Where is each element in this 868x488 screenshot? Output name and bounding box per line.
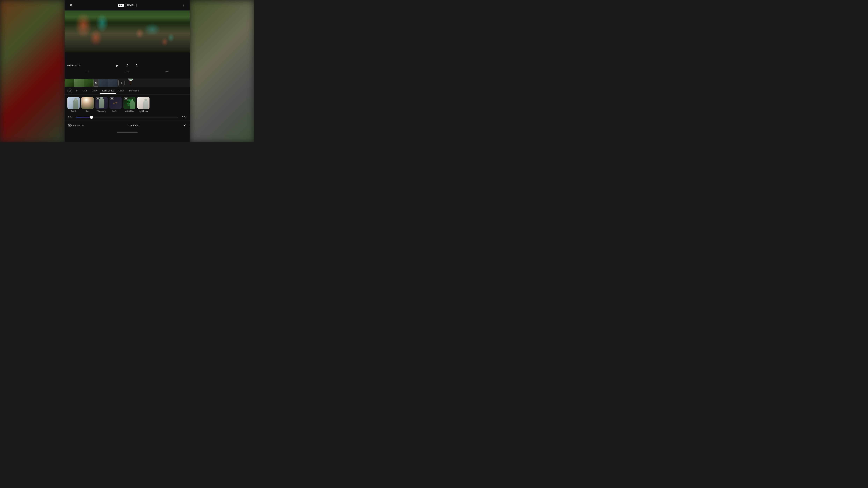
chroma-cyan-overlay bbox=[65, 10, 190, 52]
tick-00-50: 00:50 bbox=[147, 71, 187, 73]
blanch-person bbox=[73, 99, 78, 109]
svg-point-7 bbox=[69, 125, 70, 126]
toolbar-center: Pro 2K/4K ▾ bbox=[118, 3, 136, 7]
confirm-button[interactable]: ✓ bbox=[183, 123, 186, 127]
flashbang-head bbox=[100, 97, 103, 99]
thumb-img-4 bbox=[98, 79, 108, 87]
tab-blur[interactable]: Blur bbox=[81, 88, 89, 94]
effects-grid: Blanch Burn Pro Flashbang P bbox=[65, 95, 190, 114]
svg-rect-0 bbox=[78, 64, 79, 65]
timeline-ticks: 00:46 00:48 00:50 bbox=[65, 70, 190, 73]
thumbnail-4 bbox=[98, 79, 108, 87]
matrix-head bbox=[131, 99, 133, 101]
toolbar-left: ✕ bbox=[68, 2, 74, 8]
tick-00-48: 00:48 bbox=[107, 71, 147, 73]
effect-thumb-flashbang: Pro bbox=[95, 97, 107, 109]
tab-distortion[interactable]: Distortion bbox=[127, 88, 141, 94]
flashbang-content bbox=[95, 97, 107, 109]
burn-overlay bbox=[82, 97, 94, 109]
tab-none[interactable]: ⊘ bbox=[67, 89, 72, 93]
apply-icon bbox=[68, 124, 72, 127]
burn-label: Burn bbox=[85, 110, 89, 112]
home-indicator bbox=[65, 130, 190, 135]
resolution-label: 2K/4K bbox=[127, 4, 133, 6]
blanch-person-head bbox=[74, 98, 77, 101]
bg-right-panel bbox=[190, 0, 254, 142]
home-bar bbox=[117, 132, 137, 133]
thumbnail-3 bbox=[84, 79, 93, 87]
thumb-img-1 bbox=[65, 79, 74, 87]
matrix-label: Matrix Rain bbox=[125, 110, 134, 112]
add-icon: + bbox=[120, 80, 123, 85]
slider-fill bbox=[76, 117, 92, 118]
redo-button[interactable]: ↻ bbox=[135, 63, 138, 68]
expand-button[interactable] bbox=[78, 64, 81, 67]
thumbnail-5 bbox=[108, 79, 118, 87]
tab-basic[interactable]: Basic bbox=[89, 88, 100, 94]
graffiti-text: Omg.. bbox=[109, 97, 122, 109]
undo-button[interactable]: ↺ bbox=[126, 63, 128, 68]
effect-matrix[interactable]: Pro 01101100100111011001 Matrix Rain bbox=[123, 97, 135, 112]
blanch-label: Blanch bbox=[70, 110, 76, 112]
effect-thumb-blanch bbox=[67, 97, 80, 109]
effect-blanch[interactable]: Blanch bbox=[67, 97, 80, 112]
flashbang-figure bbox=[99, 98, 104, 108]
thumb-img-3 bbox=[84, 79, 93, 87]
play-button[interactable]: ▶ bbox=[116, 63, 119, 68]
time-separator: / bbox=[73, 64, 74, 67]
effect-burn[interactable]: Burn bbox=[82, 97, 94, 112]
tab-none-icon: ⊘ bbox=[69, 89, 71, 93]
thumbnail-1 bbox=[65, 79, 74, 87]
slider-track[interactable] bbox=[76, 117, 178, 118]
close-button[interactable]: ✕ bbox=[68, 2, 74, 8]
lightbeam-label: Light Beam bbox=[138, 110, 148, 112]
playhead-line bbox=[131, 81, 131, 84]
lightbeam-figure bbox=[143, 100, 148, 109]
current-time: 00:48 bbox=[67, 64, 73, 67]
tab-glitch[interactable]: Glitch bbox=[116, 88, 127, 94]
apply-all-button[interactable]: Apply to all bbox=[68, 124, 84, 127]
effect-lightbeam[interactable]: Light Beam bbox=[137, 97, 150, 112]
lightbeam-head bbox=[145, 99, 147, 101]
playhead-thumb bbox=[128, 78, 133, 81]
svg-point-6 bbox=[69, 124, 71, 126]
effect-thumb-burn bbox=[82, 97, 94, 109]
add-clip-button[interactable]: + bbox=[118, 80, 125, 86]
effect-graffiti[interactable]: Pro Omg.. Graffiti II bbox=[109, 97, 122, 112]
slider-thumb[interactable] bbox=[90, 116, 93, 119]
thumb-img-2 bbox=[74, 79, 84, 87]
effect-thumb-graffiti: Pro Omg.. bbox=[109, 97, 122, 109]
editor-panel: ✕ Pro 2K/4K ▾ ↑ 00:48 / 01:15 bbox=[65, 0, 190, 142]
playhead[interactable] bbox=[128, 78, 133, 84]
playhead-avatar bbox=[129, 78, 133, 80]
apply-row: Apply to all Transition ✓ bbox=[65, 121, 190, 130]
svg-rect-1 bbox=[80, 66, 81, 67]
duration-slider-row: 0.1s 5.0s bbox=[65, 114, 190, 121]
playback-controls: 00:48 / 01:15 ▶ ↺ ↻ bbox=[65, 61, 190, 70]
upload-button[interactable]: ↑ bbox=[181, 2, 186, 8]
tick-00-46: 00:46 bbox=[67, 71, 107, 73]
bg-left-panel bbox=[0, 0, 65, 142]
spacer bbox=[65, 52, 190, 61]
effect-thumb-lightbeam bbox=[137, 97, 150, 109]
apply-icon-svg bbox=[68, 124, 71, 127]
thumbnail-2 bbox=[74, 79, 84, 87]
resolution-arrow-icon: ▾ bbox=[134, 4, 135, 6]
slider-max-label: 5.0s bbox=[180, 116, 186, 119]
apply-all-label: Apply to all bbox=[73, 124, 84, 127]
resolution-button[interactable]: 2K/4K ▾ bbox=[125, 3, 136, 7]
video-preview bbox=[65, 10, 190, 52]
cut-icon: ✕ bbox=[95, 82, 97, 84]
matrix-figure bbox=[130, 101, 135, 109]
expand-icon bbox=[78, 64, 81, 67]
slider-min-label: 0.1s bbox=[68, 116, 74, 119]
thumb-img-5 bbox=[108, 79, 118, 87]
cut-marker[interactable]: ✕ bbox=[93, 79, 98, 87]
toolbar-right: ↑ bbox=[181, 2, 186, 8]
flashbang-label: Flashbang bbox=[97, 110, 106, 112]
timeline-area: 00:46 00:48 00:50 bbox=[65, 70, 190, 78]
toolbar: ✕ Pro 2K/4K ▾ ↑ bbox=[65, 0, 190, 10]
tab-light-effect[interactable]: Light Effect bbox=[100, 88, 116, 94]
effect-flashbang[interactable]: Pro Flashbang bbox=[95, 97, 107, 112]
tab-nt[interactable]: nt bbox=[74, 88, 81, 94]
